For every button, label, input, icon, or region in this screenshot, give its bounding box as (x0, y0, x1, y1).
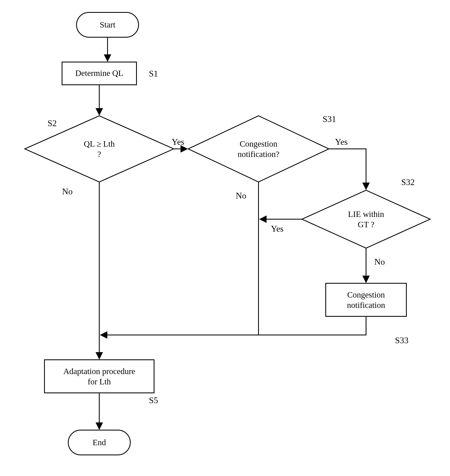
s31-yes-label: Yes (335, 137, 348, 147)
s32-node: LIE within GT ? (302, 190, 430, 248)
s2-text-line1: QL ≥ Lth (84, 139, 115, 148)
s31-text-line1: Congestion (240, 139, 277, 148)
s2-yes-label: Yes (172, 137, 184, 147)
s32-yes-label: Yes (271, 224, 284, 234)
s5-node: Adaptation procedure for Lth (44, 360, 154, 393)
s2-text-line2: ? (97, 149, 101, 159)
s33-label: S33 (395, 336, 409, 345)
svg-rect-3 (44, 360, 154, 393)
s33-node: Congestion notification (326, 283, 406, 316)
s2-no-label: No (62, 187, 73, 196)
s1-node: Determine QL (62, 62, 136, 85)
s5-text-line2: for Lth (88, 377, 111, 386)
s1-text: Determine QL (75, 68, 123, 78)
start-label: Start (100, 20, 115, 29)
edge-s33-merge (101, 316, 366, 335)
s32-no-label: No (374, 257, 385, 266)
end-node: End (68, 430, 130, 455)
s31-no-label: No (236, 191, 246, 200)
s5-text-line1: Adaptation procedure (63, 367, 135, 376)
s33-text-line1: Congestion (347, 290, 385, 300)
s31-node: Congestion notification? (188, 116, 329, 182)
s32-label: S32 (401, 177, 415, 187)
s31-text-line2: notification? (238, 149, 279, 159)
s32-text-line2: GT ? (358, 220, 374, 229)
s33-text-line2: notification (347, 300, 385, 310)
s32-text-line1: LIE within (348, 210, 384, 219)
s5-label: S5 (149, 396, 158, 405)
end-label: End (93, 438, 106, 447)
s31-label: S31 (323, 114, 336, 124)
s2-node: QL ≥ Lth ? (25, 116, 174, 182)
flowchart-canvas: Start Determine QL S1 QL ≥ Lth ? S2 Cong… (0, 0, 450, 476)
s1-label: S1 (149, 69, 158, 78)
s2-label: S2 (47, 118, 57, 128)
start-node: Start (77, 12, 139, 37)
edge-s31-s32 (329, 149, 366, 189)
svg-rect-2 (326, 283, 406, 316)
